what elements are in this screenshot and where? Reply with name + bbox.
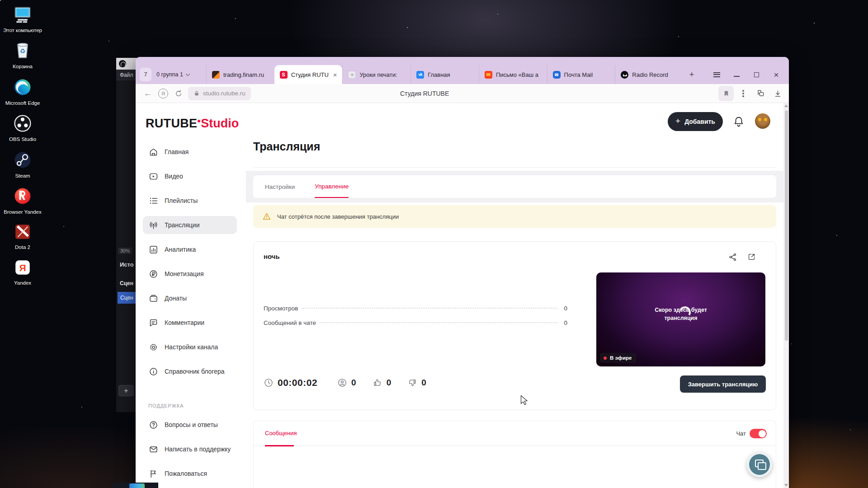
tab-label: Почта Mail bbox=[564, 71, 611, 78]
sidebar-item-label: Пожаловаться bbox=[165, 470, 207, 477]
avatar[interactable] bbox=[755, 113, 770, 129]
sidebar-item-analytics[interactable]: Аналитика bbox=[143, 240, 237, 258]
tab-label: trading.finam.ru bbox=[223, 71, 270, 78]
desktop-wallpaper-stars bbox=[0, 0, 1, 1]
wallet-icon bbox=[148, 293, 158, 303]
tab-messages[interactable]: Сообщения bbox=[265, 430, 297, 436]
yandex-mail-favicon bbox=[485, 71, 492, 79]
browser-tab-vk[interactable]: Главная bbox=[410, 65, 479, 84]
messages-tab-underline bbox=[265, 445, 294, 446]
tab-counter-badge[interactable]: 7 bbox=[140, 68, 151, 81]
sidebar-item-monetization[interactable]: Монетизация bbox=[143, 265, 237, 283]
sidebar-item-report[interactable]: Пожаловаться bbox=[143, 465, 237, 483]
stream-timer: 00:00:02 bbox=[278, 377, 317, 388]
chat-toggle[interactable] bbox=[750, 429, 767, 438]
desktop-icon-recycle-bin[interactable]: ♻ Корзина bbox=[1, 41, 44, 70]
sidebar-item-blogger-guide[interactable]: Справочник блогера bbox=[143, 362, 237, 380]
back-button[interactable]: ← bbox=[140, 86, 156, 101]
radio-record-favicon bbox=[621, 71, 628, 79]
comment-icon bbox=[148, 318, 158, 328]
envelope-icon bbox=[148, 444, 158, 454]
notifications-button[interactable] bbox=[731, 114, 746, 129]
new-tab-button[interactable] bbox=[685, 68, 698, 81]
chevron-down-icon bbox=[186, 72, 190, 76]
stream-preview[interactable]: Скоро здесь будет трансляция В эфире bbox=[596, 272, 765, 366]
broadcast-icon bbox=[148, 220, 158, 230]
stream-name: ночь bbox=[264, 253, 280, 260]
scroll-up-arrow-icon[interactable] bbox=[784, 104, 788, 107]
browser-tab-radio-record[interactable]: Radio Record bbox=[615, 65, 683, 84]
close-button[interactable]: × bbox=[766, 65, 786, 84]
browser-tab-finam[interactable]: trading.finam.ru bbox=[206, 65, 274, 84]
obs-add-scene-button[interactable]: + bbox=[118, 385, 134, 396]
tab-group[interactable]: 0 группа 1 bbox=[153, 68, 206, 81]
minimize-button[interactable] bbox=[726, 65, 746, 84]
desktop-icon-column: Этот компьютер ♻ Корзина Microsoft Edge … bbox=[1, 5, 44, 293]
browser-tab-mail-ru[interactable]: Почта Mail bbox=[547, 65, 615, 84]
desktop-icon-label: Корзина bbox=[13, 63, 33, 70]
taskbar-sliver bbox=[113, 483, 158, 488]
browser-tab-yandex-mail[interactable]: Письмо «Ваш а bbox=[479, 65, 547, 84]
desktop-icon-steam[interactable]: Steam bbox=[1, 150, 44, 179]
stream-stats: Просмотров 0 Сообщений в чате 0 bbox=[264, 305, 567, 326]
downloads-button[interactable] bbox=[770, 86, 785, 101]
stat-label: Просмотров bbox=[264, 305, 298, 312]
yandex-circle-icon bbox=[158, 89, 168, 99]
messages-header: Сообщения Чат bbox=[254, 421, 776, 446]
sidebar-item-channel-settings[interactable]: Настройки канала bbox=[143, 338, 237, 356]
sidebar-item-donations[interactable]: Донаты bbox=[143, 289, 237, 307]
end-broadcast-button[interactable]: Завершить трансляцию bbox=[680, 375, 766, 393]
browser-tab-typing-lessons[interactable]: Уроки печати: bbox=[342, 65, 410, 84]
collections-button[interactable] bbox=[753, 86, 768, 101]
address-bar[interactable]: studio.rutube.ru bbox=[188, 87, 251, 100]
share-button[interactable] bbox=[728, 253, 737, 263]
desktop-icon-edge[interactable]: Microsoft Edge bbox=[1, 77, 44, 106]
tab-close-icon[interactable]: × bbox=[332, 71, 338, 79]
window-controls: × bbox=[707, 65, 786, 84]
dota2-icon bbox=[13, 222, 32, 243]
maximize-button[interactable] bbox=[746, 65, 766, 84]
desktop-icon-this-pc[interactable]: Этот компьютер bbox=[1, 5, 44, 33]
finam-favicon bbox=[212, 71, 220, 79]
open-external-button[interactable] bbox=[747, 253, 756, 263]
viewers-count: 0 bbox=[351, 378, 356, 388]
question-circle-icon bbox=[148, 420, 158, 430]
bookmark-button[interactable] bbox=[718, 86, 734, 101]
page-scrollbar[interactable] bbox=[783, 103, 789, 488]
sidebar-item-home[interactable]: Главная bbox=[143, 143, 237, 161]
live-badge: В эфире bbox=[600, 353, 636, 363]
stat-value: 0 bbox=[561, 319, 567, 326]
browser-tab-rutube-studio-active[interactable]: Студия RUTU × bbox=[274, 65, 343, 84]
sidebar-item-playlists[interactable]: Плейлисты bbox=[143, 192, 237, 210]
refresh-button[interactable] bbox=[171, 86, 186, 101]
taskbar-app-icon[interactable] bbox=[129, 483, 145, 488]
dislikes-count: 0 bbox=[421, 378, 426, 388]
sidebar-item-write-support[interactable]: Написать в поддержку bbox=[143, 440, 237, 458]
desktop-icon-yandex[interactable]: Я Yandex bbox=[1, 258, 44, 286]
browser-menu-button[interactable] bbox=[707, 65, 726, 84]
scrollbar-thumb[interactable] bbox=[785, 110, 788, 341]
add-button[interactable]: + Добавить bbox=[668, 112, 723, 131]
sidebar-item-label: Донаты bbox=[165, 295, 187, 302]
scroll-down-arrow-icon[interactable] bbox=[784, 484, 788, 487]
tab-settings[interactable]: Настройки bbox=[265, 175, 295, 198]
floating-widget-button[interactable] bbox=[747, 452, 772, 477]
desktop-icon-yandex-browser[interactable]: Browser Yandex bbox=[1, 186, 44, 215]
sidebar-item-broadcasts[interactable]: Трансляции bbox=[143, 216, 237, 234]
url-text: studio.rutube.ru bbox=[203, 90, 245, 97]
sidebar-item-video[interactable]: Видео bbox=[143, 167, 237, 185]
yandex-search-button[interactable] bbox=[156, 86, 171, 101]
desktop-icon-obs[interactable]: OBS Studio bbox=[1, 113, 44, 142]
vk-favicon bbox=[416, 71, 424, 79]
computer-icon bbox=[13, 5, 33, 26]
minimize-icon bbox=[734, 76, 740, 77]
sidebar-item-label: Справочник блогера bbox=[165, 368, 225, 375]
rutube-studio-logo[interactable]: RUTUBE Studio bbox=[146, 117, 239, 131]
desktop-icon-dota2[interactable]: Dota 2 bbox=[1, 222, 44, 250]
add-button-label: Добавить bbox=[684, 118, 715, 125]
navbar-right-icons bbox=[718, 84, 785, 103]
tab-control[interactable]: Управление bbox=[315, 175, 349, 198]
extensions-menu-button[interactable] bbox=[736, 86, 751, 101]
sidebar-item-faq[interactable]: Вопросы и ответы bbox=[143, 416, 237, 434]
sidebar-item-comments[interactable]: Комментарии bbox=[143, 314, 237, 332]
